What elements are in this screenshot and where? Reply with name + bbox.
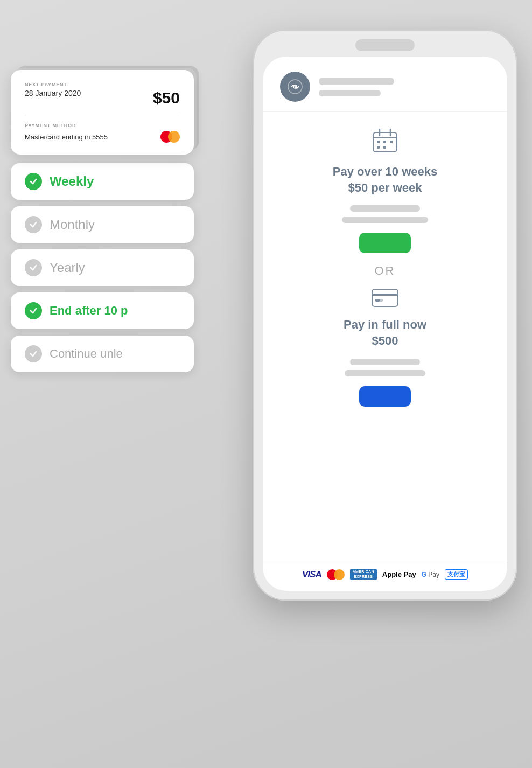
payment-amount: $50 <box>153 89 180 107</box>
monthly-check-icon <box>25 216 42 233</box>
monthly-option-card[interactable]: Monthly <box>11 206 194 243</box>
svg-rect-7 <box>383 141 386 143</box>
screen-content: Pay over 10 weeks $50 per week OR <box>263 112 507 561</box>
full-payment-placeholder-2 <box>345 370 425 376</box>
payment-method-label: PAYMENT METHOD <box>25 123 180 128</box>
yearly-check-icon <box>25 259 42 276</box>
svg-rect-6 <box>377 141 380 143</box>
screen-header <box>263 57 507 112</box>
mastercard-icon <box>160 131 180 143</box>
header-line-2 <box>319 90 381 96</box>
next-payment-label: NEXT PAYMENT <box>25 82 180 87</box>
alipay-logo: 支付宝 <box>445 569 468 580</box>
weekly-option-card[interactable]: Weekly <box>11 163 194 200</box>
payment-methods-footer: VISA AMERICAN EXPRESS Apple Pay G Pay 支付… <box>263 561 507 591</box>
end-after-label: End after 10 p <box>50 304 128 318</box>
payment-date: 28 January 2020 <box>25 89 81 97</box>
amex-logo: AMERICAN EXPRESS <box>350 569 377 580</box>
or-divider: OR <box>280 264 490 278</box>
monthly-label: Monthly <box>50 217 95 232</box>
calendar-icon <box>280 127 490 155</box>
installment-placeholder-2 <box>342 217 428 223</box>
full-payment-placeholder-1 <box>350 359 420 365</box>
yearly-label: Yearly <box>50 260 85 275</box>
app-logo <box>280 72 310 102</box>
phone-notch <box>355 39 415 51</box>
visa-logo: VISA <box>302 569 321 580</box>
header-line-1 <box>319 78 394 85</box>
weekly-check-icon <box>25 173 42 190</box>
svg-rect-9 <box>377 146 380 149</box>
end-after-check-icon <box>25 302 42 319</box>
continue-card[interactable]: Continue unle <box>11 336 194 372</box>
phone-mockup: Pay over 10 weeks $50 per week OR <box>253 30 517 601</box>
svg-rect-10 <box>383 146 386 149</box>
weekly-label: Weekly <box>50 174 94 189</box>
installment-section: Pay over 10 weeks $50 per week <box>280 127 490 253</box>
full-payment-title: Pay in full now $500 <box>280 317 490 348</box>
installment-title: Pay over 10 weeks $50 per week <box>280 164 490 196</box>
apple-pay-logo: Apple Pay <box>382 570 416 578</box>
credit-card-icon <box>280 288 490 308</box>
svg-rect-14 <box>375 299 380 302</box>
svg-rect-11 <box>372 289 398 306</box>
svg-rect-8 <box>390 141 393 143</box>
header-text-area <box>319 78 490 96</box>
yearly-option-card[interactable]: Yearly <box>11 249 194 286</box>
green-pay-button[interactable] <box>359 233 411 253</box>
google-pay-logo: G Pay <box>422 571 439 578</box>
full-payment-section: Pay in full now $500 <box>280 288 490 406</box>
mastercard-logo <box>327 569 345 580</box>
continue-check-icon <box>25 345 42 362</box>
end-after-card[interactable]: End after 10 p <box>11 292 194 329</box>
phone-screen: Pay over 10 weeks $50 per week OR <box>263 57 507 591</box>
blue-pay-button[interactable] <box>359 386 411 407</box>
payment-method-text: Mastercard ending in 5555 <box>25 133 108 141</box>
continue-label: Continue unle <box>50 347 123 361</box>
installment-placeholder-1 <box>350 205 420 212</box>
payment-card: NEXT PAYMENT 28 January 2020 $50 PAYMENT… <box>11 70 194 155</box>
cards-stack: NEXT PAYMENT 28 January 2020 $50 PAYMENT… <box>11 70 194 372</box>
